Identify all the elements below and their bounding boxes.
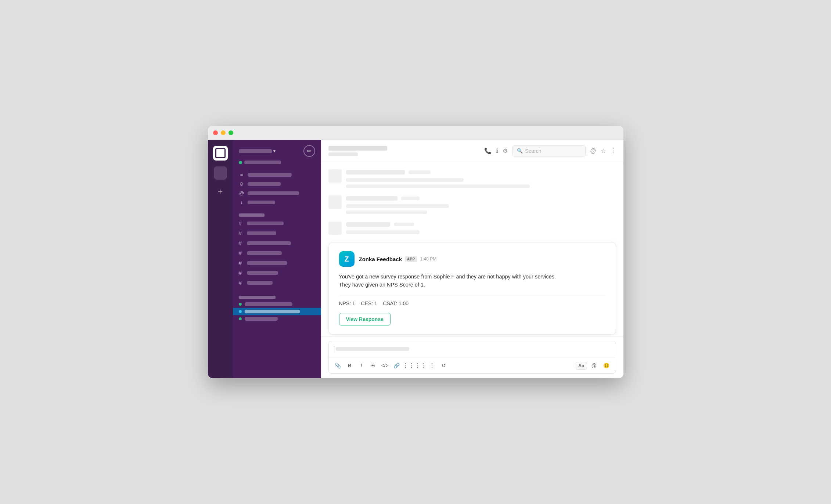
attachment-button[interactable]: 📎: [332, 360, 343, 371]
hash-icon: #: [239, 220, 244, 226]
app-window: + ▾ ✏ ≡ ⊙: [208, 126, 623, 378]
view-response-button[interactable]: View Response: [339, 313, 391, 325]
hash-icon: #: [239, 270, 244, 276]
sidebar-icon-item[interactable]: [214, 166, 227, 180]
msg-content-1: [346, 169, 616, 188]
message-body-line2: They have given an NPS Score of 1.: [339, 282, 425, 288]
status-dot-icon: [239, 161, 242, 164]
emoji-button[interactable]: 🙂: [601, 360, 612, 371]
strikethrough-button[interactable]: S: [368, 360, 379, 371]
channel-item-7[interactable]: #: [233, 278, 321, 288]
search-icon: 🔍: [517, 148, 523, 154]
info-icon[interactable]: ℹ: [496, 147, 498, 154]
link-button[interactable]: 🔗: [391, 360, 402, 371]
hash-icon: #: [239, 260, 244, 266]
csat-label: CSAT:: [383, 300, 397, 306]
phone-icon[interactable]: 📞: [484, 147, 492, 154]
channel-subtitle: [328, 152, 358, 156]
nav-item-more[interactable]: ↓: [233, 198, 321, 207]
minimize-button[interactable]: [221, 130, 226, 135]
presence-dot-3-icon: [239, 317, 242, 320]
channel-item-1[interactable]: #: [233, 218, 321, 228]
avatar-placeholder-3: [328, 222, 342, 235]
at-header-icon[interactable]: @: [590, 148, 596, 154]
traffic-lights: [213, 130, 233, 135]
chat-messages: Z Zonka Feedback APP 1:40 PM You've got …: [321, 162, 623, 336]
indent-button[interactable]: ⋮: [427, 360, 438, 371]
search-box[interactable]: 🔍: [512, 145, 586, 156]
chat-main: 📞 ℹ ⚙ 🔍 @ ☆ ⋮: [321, 140, 623, 378]
msg-content-3: [346, 222, 616, 235]
hash-icon: #: [239, 240, 244, 246]
compose-button[interactable]: ✏: [303, 145, 315, 157]
dm-item-2-active[interactable]: [233, 308, 321, 315]
workspace-icon-inner: [215, 148, 226, 158]
msg-content-2: [346, 195, 616, 214]
avatar-placeholder-1: [328, 169, 342, 183]
input-toolbar: 📎 B I S </> 🔗 ⋮⋮ ⋮⋮ ⋮ ↺ Aa @ 🙂: [329, 357, 616, 373]
message-divider: [339, 295, 605, 295]
mention-button[interactable]: @: [589, 360, 600, 371]
settings-icon[interactable]: ⚙: [503, 147, 508, 154]
bold-button[interactable]: B: [344, 360, 355, 371]
workspace-name-text: [239, 149, 272, 153]
dm-name-3: [245, 317, 278, 321]
message-scores: NPS: 1 CES: 1 CSAT: 1.00: [339, 300, 605, 306]
channel-name-7: [247, 281, 273, 285]
channel-item-4[interactable]: #: [233, 248, 321, 258]
channel-name-5: [247, 261, 287, 265]
workspace-avatar[interactable]: [213, 146, 228, 161]
more-header-icon[interactable]: ⋮: [610, 147, 616, 154]
nav-item-home[interactable]: ≡: [233, 170, 321, 179]
italic-button[interactable]: I: [356, 360, 367, 371]
nav-home-label: [248, 173, 292, 177]
app-body: + ▾ ✏ ≡ ⊙: [208, 140, 623, 378]
dm-name-2: [245, 310, 300, 313]
channel-name-6: [247, 271, 278, 275]
message-card-header: Z Zonka Feedback APP 1:40 PM: [339, 251, 605, 267]
code-button[interactable]: </>: [379, 360, 391, 371]
dm-item-1[interactable]: [233, 300, 321, 308]
channel-sidebar: ▾ ✏ ≡ ⊙ @: [233, 140, 321, 378]
workspace-name[interactable]: ▾: [239, 149, 276, 154]
text-cursor: [334, 346, 335, 353]
channel-item-3[interactable]: #: [233, 238, 321, 248]
close-button[interactable]: [213, 130, 218, 135]
message-input-box: 📎 B I S </> 🔗 ⋮⋮ ⋮⋮ ⋮ ↺ Aa @ 🙂: [328, 341, 616, 374]
search-input[interactable]: [525, 148, 581, 154]
dm-item-3[interactable]: [233, 315, 321, 323]
hash-icon: #: [239, 280, 244, 286]
chat-header-right: 📞 ℹ ⚙ 🔍 @ ☆ ⋮: [484, 145, 616, 156]
title-bar: [208, 126, 623, 140]
channel-item-6[interactable]: #: [233, 268, 321, 278]
text-format-button[interactable]: Aa: [576, 362, 587, 370]
maximize-button[interactable]: [229, 130, 233, 135]
chat-header-left: [328, 146, 387, 156]
status-bar: [233, 161, 321, 169]
avatar-placeholder-2: [328, 195, 342, 209]
mentions-icon: @: [239, 190, 245, 196]
input-placeholder: [336, 347, 409, 351]
nav-item-mentions[interactable]: @: [233, 188, 321, 198]
ces-label: CES:: [361, 300, 373, 306]
channels-section-label: [233, 210, 321, 218]
nav-item-search[interactable]: ⊙: [233, 179, 321, 188]
msg-header-info: Zonka Feedback APP 1:40 PM: [359, 256, 437, 262]
ordered-list-button[interactable]: ⋮⋮: [403, 360, 414, 371]
presence-dot-icon: [239, 303, 242, 306]
chat-header: 📞 ℹ ⚙ 🔍 @ ☆ ⋮: [321, 140, 623, 162]
star-icon[interactable]: ☆: [601, 147, 606, 154]
hash-icon: #: [239, 230, 244, 236]
chat-input-area: 📎 B I S </> 🔗 ⋮⋮ ⋮⋮ ⋮ ↺ Aa @ 🙂: [321, 336, 623, 378]
hash-icon: #: [239, 250, 244, 256]
nav-more-label: [248, 201, 275, 204]
toolbar-right: Aa @ 🙂: [576, 360, 612, 371]
message-text-area[interactable]: [329, 341, 616, 357]
unordered-list-button[interactable]: ⋮⋮: [415, 360, 426, 371]
nav-mentions-label: [248, 191, 299, 195]
undo-button[interactable]: ↺: [438, 360, 449, 371]
add-workspace-button[interactable]: +: [218, 187, 223, 197]
channel-item-2[interactable]: #: [233, 228, 321, 238]
sender-name: Zonka Feedback: [359, 256, 402, 262]
channel-item-5[interactable]: #: [233, 258, 321, 268]
